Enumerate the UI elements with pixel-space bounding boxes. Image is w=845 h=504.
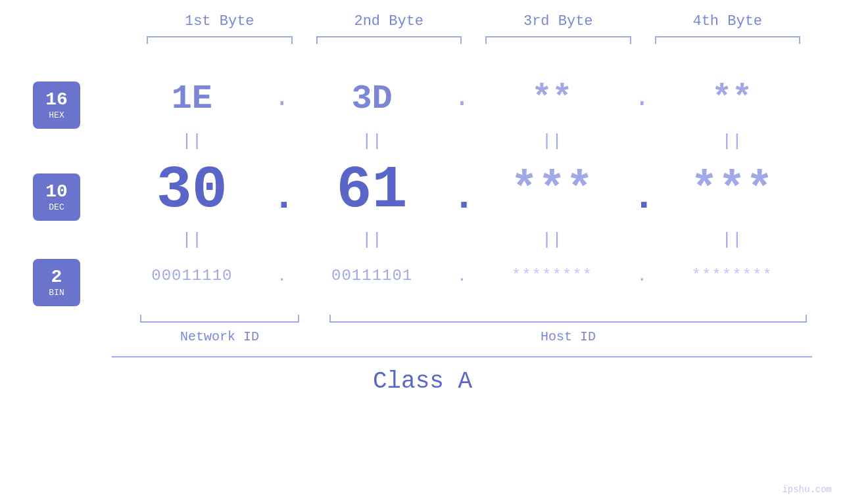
byte-header-1: 1st Byte: [135, 13, 304, 30]
dec-dot-1: .: [272, 177, 292, 217]
bin-val-4: ********: [652, 268, 812, 284]
bin-val-2: 00111101: [292, 268, 452, 284]
hex-val-2: 3D: [292, 80, 452, 118]
watermark: ipshu.com: [782, 484, 832, 495]
host-id-label: Host ID: [329, 329, 807, 344]
bottom-bracket-host: [329, 313, 807, 323]
bin-dot-1: .: [272, 267, 292, 285]
eq-2-2: ||: [292, 231, 452, 248]
main-container: 1st Byte 2nd Byte 3rd Byte 4th Byte 16 H…: [0, 0, 845, 504]
bin-val-3: ********: [472, 268, 633, 284]
hex-val-1: 1E: [112, 80, 272, 118]
badge-dec: 10 DEC: [33, 173, 80, 221]
dec-val-4: ***: [652, 168, 812, 214]
badge-hex: 16 HEX: [33, 81, 80, 129]
bracket-1: [140, 36, 299, 49]
bottom-bracket-container: [135, 313, 812, 323]
badges-column: 16 HEX 10 DEC 2 BIN: [33, 69, 112, 306]
byte-header-4: 4th Byte: [643, 13, 813, 30]
eq-1-1: ||: [112, 133, 272, 150]
badge-bin-num: 2: [51, 267, 62, 288]
dec-dot-3: .: [632, 177, 652, 217]
hex-dot-1: .: [272, 85, 292, 112]
eq-2-3: ||: [472, 231, 633, 248]
hex-value-row: 1E . 3D . ** . **: [112, 69, 812, 128]
dec-val-3: ***: [472, 168, 633, 214]
dec-val-2: 61: [292, 161, 452, 220]
footer-bracket-line: [112, 356, 812, 357]
class-label: Class A: [33, 368, 812, 395]
badge-dec-num: 10: [45, 182, 68, 202]
byte-header-2: 2nd Byte: [304, 13, 474, 30]
hex-dot-2: .: [452, 85, 472, 112]
hex-val-3: **: [472, 80, 633, 118]
badge-hex-label: HEX: [49, 110, 64, 120]
eq-1-2: ||: [292, 133, 452, 150]
bracket-3: [479, 36, 638, 49]
eq-1-4: ||: [652, 133, 812, 150]
hex-dot-3: .: [632, 85, 652, 112]
dec-value-row: 30 . 61 . *** . ***: [112, 154, 812, 227]
dec-val-1: 30: [112, 161, 272, 220]
main-content-area: 16 HEX 10 DEC 2 BIN: [33, 69, 812, 306]
bracket-2: [310, 36, 469, 49]
eq-1-3: ||: [472, 133, 633, 150]
badge-hex-num: 16: [45, 90, 68, 110]
eq-row-2: || || || ||: [112, 227, 812, 253]
badge-dec-label: DEC: [49, 202, 64, 212]
byte-header-3: 3rd Byte: [473, 13, 643, 30]
eq-2-1: ||: [112, 231, 272, 248]
hex-val-4: **: [652, 80, 812, 118]
bottom-section: Network ID Host ID: [33, 313, 812, 344]
byte-headers-row: 1st Byte 2nd Byte 3rd Byte 4th Byte: [33, 13, 812, 30]
badge-bin: 2 BIN: [33, 259, 80, 306]
values-column: 1E . 3D . ** . ** || || || || 30: [112, 69, 812, 299]
bottom-bracket-net: [140, 313, 299, 323]
bin-dot-2: .: [452, 267, 472, 285]
bottom-labels-row: Network ID Host ID: [135, 329, 812, 344]
network-id-label: Network ID: [140, 329, 299, 344]
bin-value-row: 00011110 . 00111101 . ******** . *******…: [112, 253, 812, 299]
top-bracket-row: [33, 36, 812, 49]
dec-dot-2: .: [452, 177, 472, 217]
bin-val-1: 00011110: [112, 268, 272, 284]
bracket-4: [648, 36, 808, 49]
eq-2-4: ||: [652, 231, 812, 248]
bin-dot-3: .: [632, 267, 652, 285]
badge-bin-label: BIN: [49, 288, 64, 298]
eq-row-1: || || || ||: [112, 128, 812, 154]
